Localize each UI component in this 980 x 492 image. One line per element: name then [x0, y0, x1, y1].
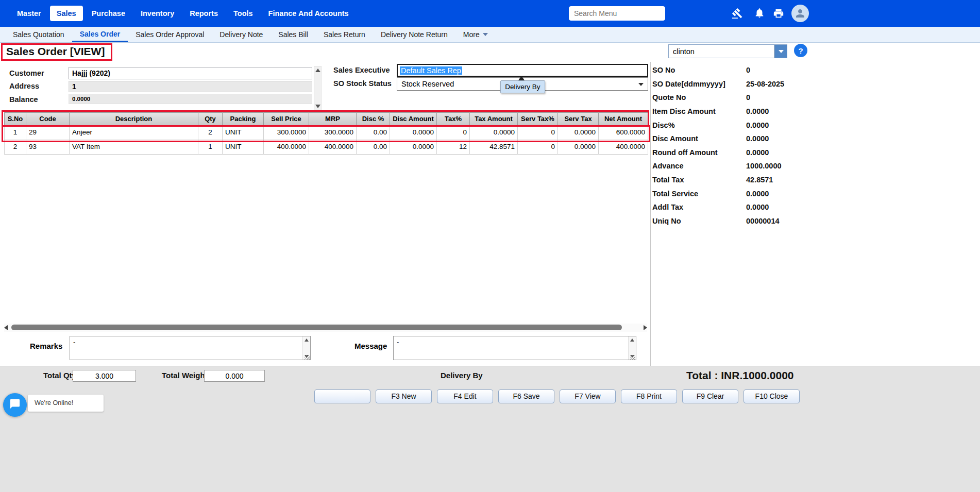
tab-sales-return[interactable]: Sales Return: [316, 27, 373, 42]
user-avatar[interactable]: [791, 5, 809, 22]
customer-label: Customer: [9, 69, 44, 77]
tab-label: Delivery Note Return: [381, 27, 448, 42]
table-cell[interactable]: 42.8571: [470, 140, 518, 155]
tab-delivery-note[interactable]: Delivery Note: [212, 27, 271, 42]
nav-item-master[interactable]: Master: [10, 6, 48, 21]
scrollbar-thumb[interactable]: [11, 325, 622, 330]
table-cell[interactable]: 0: [518, 126, 558, 140]
table-cell[interactable]: 0.00: [357, 140, 390, 155]
nav-item-tools[interactable]: Tools: [227, 6, 260, 21]
table-cell[interactable]: 300.0000: [264, 126, 309, 140]
horizontal-scrollbar[interactable]: [4, 324, 647, 332]
table-cell[interactable]: 0.0000: [558, 126, 599, 140]
selected-text: Default Sales Rep: [400, 66, 462, 75]
nav-item-sales[interactable]: Sales: [50, 6, 83, 21]
tab-more[interactable]: More: [455, 27, 496, 42]
table-cell[interactable]: VAT Item: [70, 140, 198, 155]
main-menu: Master Sales Purchase Inventory Reports …: [0, 6, 356, 21]
table-cell[interactable]: Anjeer: [70, 126, 198, 140]
summary-label: Total Tax: [652, 176, 746, 184]
address-field[interactable]: [69, 81, 312, 92]
table-cell[interactable]: 0.0000: [470, 126, 518, 140]
printer-icon[interactable]: [773, 8, 784, 19]
summary-value: 0.0000: [746, 107, 769, 115]
resize-grip-icon[interactable]: [305, 355, 310, 360]
summary-row: Addl Tax0.0000: [652, 200, 807, 214]
user-dropdown-input[interactable]: [669, 45, 774, 58]
blank-button[interactable]: [314, 389, 370, 403]
column-header-packing: Packing: [223, 112, 264, 126]
column-header-description: Description: [70, 112, 198, 126]
nav-item-purchase[interactable]: Purchase: [85, 6, 132, 21]
table-cell[interactable]: 0.00: [357, 126, 390, 140]
table-cell[interactable]: 400.0000: [309, 140, 357, 155]
total-weight-field[interactable]: [204, 370, 265, 382]
scroll-up-icon[interactable]: [314, 66, 321, 74]
table-cell[interactable]: 300.0000: [309, 126, 357, 140]
f6-save-button[interactable]: F6 Save: [498, 389, 554, 403]
summary-row: Item Disc Amount0.0000: [652, 105, 807, 118]
table-cell[interactable]: 12: [437, 140, 470, 155]
table-cell[interactable]: 600.0000: [599, 126, 648, 140]
scroll-right-icon[interactable]: [641, 325, 647, 330]
f10-close-button[interactable]: F10 Close: [744, 389, 800, 403]
total-qty-field[interactable]: [73, 370, 136, 382]
scroll-up-icon[interactable]: [629, 336, 636, 343]
summary-label: Item Disc Amount: [652, 107, 746, 115]
nav-item-finance-and-accounts[interactable]: Finance And Accounts: [262, 6, 356, 21]
table-cell[interactable]: UNIT: [223, 140, 264, 155]
table-cell[interactable]: 0: [518, 140, 558, 155]
user-dropdown[interactable]: [668, 44, 787, 58]
table-cell[interactable]: 29: [26, 126, 70, 140]
column-header-sell-price: Sell Price: [264, 112, 309, 126]
table-cell[interactable]: 2: [198, 126, 223, 140]
summary-row: SO Date[ddmmyyyy]25-08-2025: [652, 77, 807, 91]
sales-executive-input[interactable]: Default Sales Rep: [397, 64, 648, 77]
table-cell[interactable]: 1: [198, 140, 223, 155]
tab-sales-quotation[interactable]: Sales Quotation: [5, 27, 72, 42]
f4-edit-button[interactable]: F4 Edit: [437, 389, 493, 403]
table-cell[interactable]: 0.0000: [390, 140, 437, 155]
scroll-down-icon[interactable]: [314, 103, 321, 110]
search-menu-input[interactable]: [569, 6, 665, 21]
message-textarea[interactable]: -: [393, 336, 636, 360]
table-cell[interactable]: UNIT: [223, 126, 264, 140]
nav-item-inventory[interactable]: Inventory: [134, 6, 181, 21]
dropdown-button[interactable]: [774, 45, 787, 58]
f8-print-button[interactable]: F8 Print: [621, 389, 677, 403]
message-text: -: [397, 338, 399, 346]
table-cell[interactable]: 93: [26, 140, 70, 155]
nav-item-reports[interactable]: Reports: [183, 6, 225, 21]
scroll-left-icon[interactable]: [4, 325, 10, 330]
column-header-tax-amount: Tax Amount: [470, 112, 518, 126]
grand-total: Total : INR.1000.0000: [686, 369, 794, 382]
table-cell[interactable]: 2: [4, 140, 26, 155]
chat-launcher[interactable]: [3, 393, 27, 417]
table-cell[interactable]: 0: [437, 126, 470, 140]
remarks-textarea[interactable]: -: [70, 336, 311, 360]
table-cell[interactable]: 0.0000: [558, 140, 599, 155]
f3-new-button[interactable]: F3 New: [376, 389, 432, 403]
tab-sales-bill[interactable]: Sales Bill: [271, 27, 316, 42]
vertical-scrollbar[interactable]: [314, 66, 322, 110]
tab-sales-order-approval[interactable]: Sales Order Approval: [128, 27, 212, 42]
resize-grip-icon[interactable]: [630, 355, 635, 360]
scroll-up-icon[interactable]: [303, 336, 310, 343]
tab-sales-order[interactable]: Sales Order: [72, 27, 128, 42]
total-weight-label: Total Weight: [162, 371, 208, 380]
bell-icon[interactable]: [754, 7, 765, 19]
table-cell[interactable]: 400.0000: [599, 140, 648, 155]
column-header-tax-pct: Tax%: [437, 112, 470, 126]
table-cell[interactable]: 0.0000: [390, 126, 437, 140]
chat-status[interactable]: We're Online!: [28, 395, 104, 412]
tab-delivery-note-return[interactable]: Delivery Note Return: [373, 27, 455, 42]
help-button[interactable]: ?: [794, 44, 807, 57]
f9-clear-button[interactable]: F9 Clear: [682, 389, 738, 403]
delivery-by-tooltip: Delivery By: [500, 80, 545, 93]
customer-field[interactable]: [69, 67, 312, 79]
f7-view-button[interactable]: F7 View: [560, 389, 616, 403]
summary-row: Uniq No00000014: [652, 214, 807, 228]
table-cell[interactable]: 1: [4, 126, 26, 140]
gavel-icon[interactable]: [732, 8, 743, 19]
table-cell[interactable]: 400.0000: [264, 140, 309, 155]
